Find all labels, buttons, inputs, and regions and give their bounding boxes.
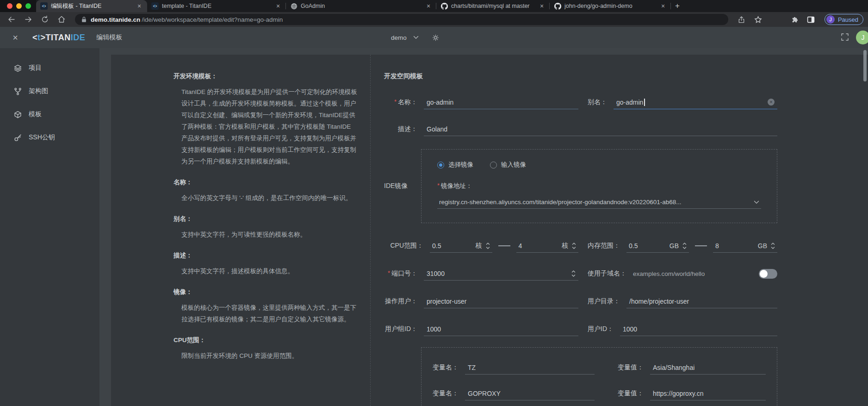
name-input[interactable]: go-admin: [424, 95, 578, 109]
sidebar-item-label: 模板: [29, 110, 42, 119]
chevron-down-icon[interactable]: [413, 36, 419, 39]
var-value-input[interactable]: Asia/Shanghai: [650, 361, 766, 375]
var-name-input[interactable]: TZ: [465, 361, 595, 375]
stepper-icon: [571, 269, 576, 278]
gear-icon[interactable]: [432, 34, 440, 42]
side-panel-icon[interactable]: [804, 13, 818, 25]
app-header: × <t>TITANIDE 编辑模板 demo J: [0, 27, 868, 48]
close-icon[interactable]: ×: [659, 2, 667, 10]
sidebar-item-architecture[interactable]: 架构图: [0, 80, 99, 103]
radio-select-image[interactable]: 选择镜像: [437, 161, 473, 169]
variable-row: 变量名： TZ 变量值： Asia/Shanghai: [433, 361, 766, 375]
user-dir-input[interactable]: /home/projector-user: [626, 294, 777, 308]
titanide-favicon: ‹t›: [151, 2, 159, 10]
env-variables-box: 变量名： TZ 变量值： Asia/Shanghai 变量名： GOPROXY …: [421, 347, 777, 406]
help-heading: 别名：: [174, 215, 358, 223]
image-address-label: 镜像地址：: [437, 182, 761, 190]
close-window-button[interactable]: [7, 3, 12, 9]
range-dash: [498, 245, 510, 246]
memory-max-input[interactable]: 8GB: [713, 239, 777, 253]
close-icon[interactable]: ×: [136, 2, 143, 10]
reload-icon[interactable]: [38, 13, 52, 25]
user-id-label: 用户ID：: [588, 325, 614, 333]
name-label: 名称：: [384, 98, 417, 106]
extensions-puzzle-icon[interactable]: [787, 13, 801, 25]
close-icon[interactable]: ×: [538, 2, 546, 10]
help-heading: CPU范围：: [174, 336, 358, 344]
sidebar-item-ssh-keys[interactable]: SSH公钥: [0, 126, 99, 149]
tab-charts-mysql[interactable]: charts/bitnami/mysql at master ×: [436, 0, 550, 12]
clear-icon[interactable]: [768, 99, 775, 106]
stepper-icon: [682, 242, 687, 250]
user-avatar[interactable]: J: [856, 31, 868, 44]
new-tab-button[interactable]: +: [671, 0, 684, 12]
variable-row: 变量名： GOPROXY 变量值： https://goproxy.cn: [433, 387, 766, 400]
browser-toolbar: demo.titanide.cn/ide/web/workspace/templ…: [0, 12, 868, 27]
tab-template[interactable]: ‹t› template - TitanIDE ×: [147, 0, 286, 12]
back-icon[interactable]: [5, 13, 19, 25]
tab-goadmin[interactable]: GoAdmin ×: [286, 0, 436, 12]
help-heading: 名称：: [174, 178, 358, 187]
tab-title: 编辑模板 - TitanIDE: [51, 2, 132, 10]
cpu-min-input[interactable]: 0.5核: [430, 239, 492, 253]
op-user-input[interactable]: projector-user: [424, 294, 578, 308]
page-title: 编辑模板: [96, 33, 122, 42]
cpu-max-input[interactable]: 4核: [516, 239, 579, 253]
help-body: 支持中英文字符，描述模板的具体信息。: [181, 265, 358, 277]
sidebar: 项目 架构图 模板 SSH公钥: [0, 48, 99, 406]
var-value-input[interactable]: https://goproxy.cn: [650, 387, 766, 400]
github-icon: [440, 2, 448, 10]
browser-profile-chip[interactable]: J Paused: [825, 14, 863, 25]
memory-min-input[interactable]: 0.5GB: [626, 239, 689, 253]
url-path: /ide/web/workspace/template/edit?name=go…: [142, 16, 283, 23]
template-form: 开发空间模板 名称： go-admin 别名： go-admin 描述： Gol…: [384, 72, 777, 406]
var-name-input[interactable]: GOPROXY: [465, 387, 595, 400]
close-editor-icon[interactable]: ×: [10, 32, 20, 43]
maximize-window-button[interactable]: [25, 3, 31, 9]
description-label: 描述：: [384, 125, 417, 133]
address-bar[interactable]: demo.titanide.cn/ide/web/workspace/templ…: [75, 14, 728, 25]
workspace-selector[interactable]: demo: [391, 34, 407, 41]
key-icon: [14, 134, 22, 142]
tab-go-admin-demo[interactable]: john-deng/go-admin-demo ×: [550, 0, 671, 12]
github-icon: [554, 2, 561, 10]
memory-range-label: 内存范围：: [588, 242, 620, 250]
tab-edit-template[interactable]: ‹t› 编辑模板 - TitanIDE ×: [36, 0, 147, 12]
radio-input-image[interactable]: 输入镜像: [490, 161, 526, 169]
close-icon[interactable]: ×: [425, 2, 432, 10]
help-form-divider: [370, 55, 371, 406]
help-heading: 描述：: [174, 251, 358, 260]
help-heading: 镜像：: [174, 288, 358, 296]
subdomain-example: examples.com/world/hello: [633, 270, 705, 277]
bookmark-star-icon[interactable]: [751, 13, 765, 25]
url-host: demo.titanide.cn: [91, 16, 140, 23]
user-id-input[interactable]: 1000: [620, 322, 777, 336]
tab-title: GoAdmin: [301, 3, 422, 9]
help-body: 模板的核心为一个容器镜像，这里提供两种输入方式，其一是下拉选择已有模板的镜像；其…: [181, 302, 358, 325]
globe-icon: [290, 2, 298, 10]
stepper-icon: [486, 242, 490, 250]
layers-icon: [14, 64, 22, 72]
stepper-icon: [771, 242, 775, 250]
description-input[interactable]: Goland: [424, 122, 777, 136]
home-icon[interactable]: [55, 13, 68, 25]
forward-icon[interactable]: [21, 13, 35, 25]
image-address-select[interactable]: registry.cn-shenzhen.aliyuncs.com/titani…: [437, 196, 761, 209]
sidebar-item-templates[interactable]: 模板: [0, 103, 99, 126]
sidebar-item-projects[interactable]: 项目: [0, 56, 99, 80]
share-icon[interactable]: [735, 13, 749, 25]
port-label: 端口号：: [384, 269, 417, 278]
fullscreen-icon[interactable]: [840, 32, 849, 42]
port-input[interactable]: 31000: [424, 267, 578, 281]
group-id-input[interactable]: 1000: [424, 322, 578, 336]
browser-tab-strip: ‹t› 编辑模板 - TitanIDE × ‹t› template - Tit…: [0, 0, 868, 12]
stepper-icon: [572, 242, 576, 250]
minimize-window-button[interactable]: [16, 3, 22, 9]
subdomain-toggle[interactable]: [759, 269, 777, 279]
text-caret: [644, 99, 645, 106]
page-scrollbar[interactable]: [863, 50, 867, 81]
close-icon[interactable]: ×: [274, 2, 282, 10]
alias-input[interactable]: go-admin: [614, 95, 777, 109]
lock-icon[interactable]: [81, 16, 87, 23]
subdomain-label: 使用子域名：: [588, 269, 626, 278]
